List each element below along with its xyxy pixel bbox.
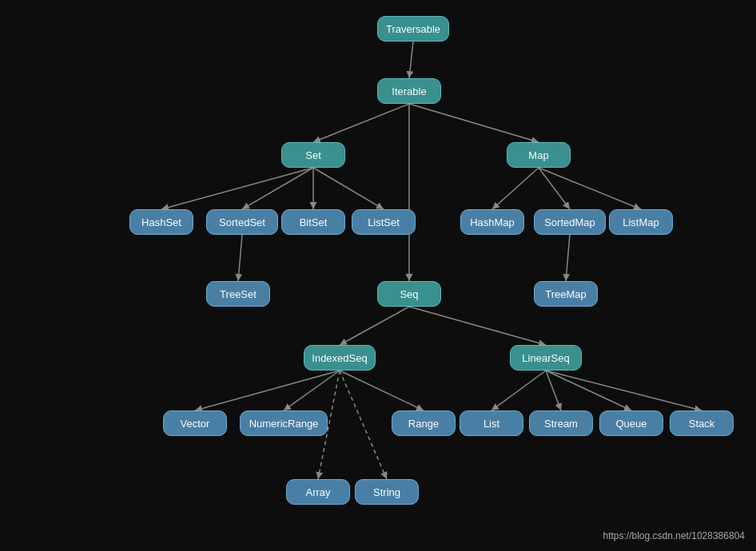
node-listmap: ListMap: [609, 209, 673, 235]
node-bitset: BitSet: [281, 209, 345, 235]
node-treemap: TreeMap: [534, 281, 598, 307]
node-treeset: TreeSet: [206, 281, 270, 307]
node-queue: Queue: [599, 410, 663, 436]
node-hashmap: HashMap: [460, 209, 524, 235]
node-listset: ListSet: [352, 209, 416, 235]
node-indexedseq: IndexedSeq: [304, 345, 376, 371]
node-set: Set: [281, 142, 345, 168]
watermark: https://blog.csdn.net/1028386804: [603, 530, 745, 541]
node-map: Map: [507, 142, 571, 168]
node-sortedmap: SortedMap: [534, 209, 606, 235]
node-linearseq: LinearSeq: [510, 345, 582, 371]
node-seq: Seq: [377, 281, 441, 307]
node-hashset: HashSet: [129, 209, 193, 235]
node-iterable: Iterable: [377, 78, 441, 104]
node-string: String: [355, 479, 419, 505]
node-sortedset: SortedSet: [206, 209, 278, 235]
node-list: List: [460, 410, 523, 436]
node-range: Range: [392, 410, 456, 436]
node-numericrange: NumericRange: [240, 410, 328, 436]
node-vector: Vector: [163, 410, 227, 436]
node-stream: Stream: [529, 410, 593, 436]
node-array: Array: [286, 479, 350, 505]
node-traversable: Traversable: [377, 16, 449, 42]
node-stack: Stack: [670, 410, 734, 436]
